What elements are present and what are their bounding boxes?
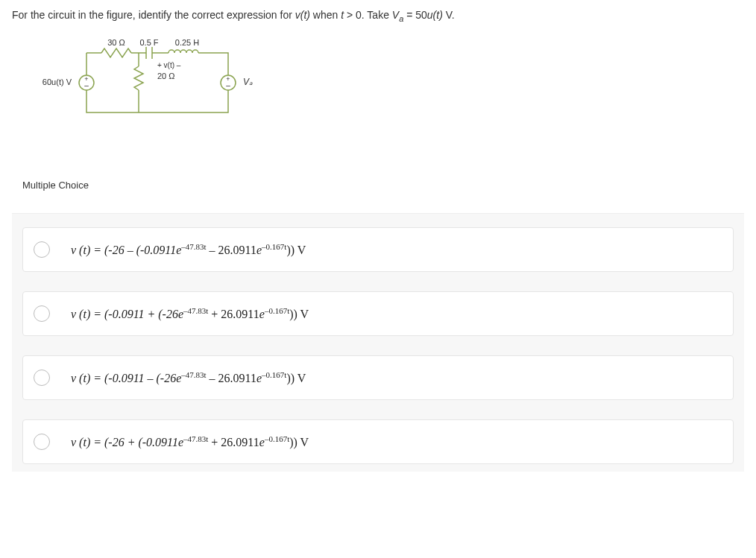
option-c[interactable]: v (t) = (-0.0911 – (-26e–47.83t – 26.091… [22, 355, 734, 400]
left-src-label: 60u(t) V [42, 77, 72, 86]
option-c-text: v (t) = (-0.0911 – (-26e–47.83t – 26.091… [71, 370, 306, 385]
option-a[interactable]: v (t) = (-26 – (-0.0911e–47.83t – 26.091… [22, 227, 734, 272]
question-prompt: For the circuit in the figure, identify … [12, 9, 744, 23]
r1-label: 30 Ω [107, 38, 125, 47]
option-d[interactable]: v (t) = (-26 + (-0.0911e–47.83t + 26.091… [22, 419, 734, 464]
multiple-choice-label: Multiple Choice [12, 172, 744, 198]
options-container: v (t) = (-26 – (-0.0911e–47.83t – 26.091… [12, 213, 744, 472]
svg-text:–: – [84, 81, 89, 89]
radio-icon[interactable] [34, 305, 50, 322]
radio-icon[interactable] [34, 370, 50, 386]
option-d-text: v (t) = (-26 + (-0.0911e–47.83t + 26.091… [71, 434, 309, 449]
option-a-text: v (t) = (-26 – (-0.0911e–47.83t – 26.091… [71, 242, 306, 257]
radio-icon[interactable] [34, 241, 50, 258]
circuit-diagram: + – + – 30 Ω 0.5 F 0.25 H + v(t) – 20 Ω … [27, 38, 744, 127]
option-b[interactable]: v (t) = (-0.0911 + (-26e–47.83t + 26.091… [22, 291, 734, 336]
r2-label: 20 Ω [157, 72, 175, 80]
option-b-text: v (t) = (-0.0911 + (-26e–47.83t + 26.091… [71, 306, 309, 321]
svg-text:–: – [226, 81, 230, 89]
vt-label: + v(t) – [157, 61, 181, 69]
radio-icon[interactable] [34, 434, 50, 450]
l-label: 0.25 H [175, 38, 199, 47]
right-src-label: Vₐ [243, 77, 253, 87]
c-label: 0.5 F [139, 38, 158, 47]
